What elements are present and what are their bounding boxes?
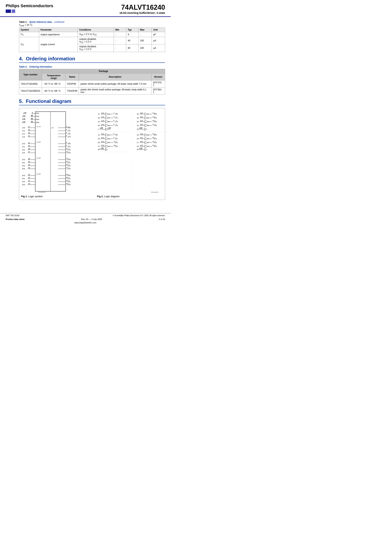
svg-text:3Y3: 3Y3 <box>154 124 157 126</box>
svg-text:1Y2: 1Y2 <box>115 121 118 123</box>
svg-text:35: 35 <box>137 117 139 119</box>
website: www.DataSheet4U.com <box>74 221 96 224</box>
svg-text:38: 38 <box>28 148 30 150</box>
svg-text:4A3: 4A3 <box>22 184 25 186</box>
svg-marker-273 <box>145 148 147 151</box>
section5-title: Functional diagram <box>26 98 71 104</box>
main-content: Table 1: Quick reference data ...continu… <box>0 17 171 202</box>
product-label: Product data sheet <box>6 218 24 220</box>
cell-version-1: SOT370-1 <box>151 80 165 87</box>
cell-desc-2: plastic thin shrink small outline packag… <box>79 87 151 94</box>
svg-text:32: 32 <box>137 124 139 126</box>
cell-cond-2: outputs disabled;VCC = 3.3 V <box>78 44 114 52</box>
svg-text:5: 5 <box>113 120 114 122</box>
svg-text:4OE: 4OE <box>139 148 143 150</box>
cell-typ-1: 40 <box>126 37 138 44</box>
svg-text:1Y1: 1Y1 <box>115 117 118 119</box>
svg-text:2Y1: 2Y1 <box>115 138 118 140</box>
svg-marker-199 <box>106 148 108 151</box>
section4-number: 4. <box>19 56 26 61</box>
col-name: Name <box>65 73 79 80</box>
table-row: Co output capacitance VI/O = 0 V or VCC … <box>19 32 165 37</box>
cell-cond-1: outputs disabled;VCC = 2.5 V <box>78 37 114 44</box>
svg-text:2OE: 2OE <box>100 148 104 150</box>
copyright: © Koninklijke Philips Electronics N.V. 2… <box>113 214 165 217</box>
table2-title: Ordering information <box>29 66 52 68</box>
svg-text:001aad261: 001aad261 <box>151 191 159 193</box>
svg-text:2: 2 <box>113 112 114 114</box>
svg-text:1OE: 1OE <box>23 112 26 114</box>
svg-text:4Y1: 4Y1 <box>67 178 71 180</box>
svg-text:37: 37 <box>98 145 100 147</box>
svg-text:2Y3: 2Y3 <box>67 152 71 154</box>
svg-text:29: 29 <box>137 138 139 140</box>
svg-text:3A0: 3A0 <box>140 112 143 114</box>
svg-text:4OE: 4OE <box>22 122 25 123</box>
svg-text:3OE: 3OE <box>22 118 25 120</box>
cell-unit-1: µA <box>152 37 165 44</box>
svg-text:44: 44 <box>28 132 30 134</box>
svg-text:26: 26 <box>137 145 139 147</box>
svg-text:3Y1: 3Y1 <box>154 117 157 119</box>
svg-text:4A2: 4A2 <box>22 181 25 183</box>
svg-marker-152 <box>106 124 109 127</box>
svg-text:26: 26 <box>28 183 30 185</box>
table1-title: Quick reference data <box>29 21 52 23</box>
svg-text:3A0: 3A0 <box>22 159 25 161</box>
col-max: Max <box>138 28 152 32</box>
table2-caption: Table 2: Ordering information <box>19 66 165 68</box>
cell-param-icc: supply current <box>39 37 78 52</box>
svg-text:1Y2: 1Y2 <box>67 133 71 135</box>
blue-square-dark <box>6 9 11 13</box>
svg-text:24: 24 <box>31 121 33 123</box>
table1-continued: ...continued <box>52 21 64 23</box>
section5-number: 5. <box>19 98 26 104</box>
svg-text:32: 32 <box>28 167 30 169</box>
svg-text:3Y2: 3Y2 <box>67 165 71 167</box>
svg-text:8: 8 <box>113 133 114 135</box>
svg-text:3Y2: 3Y2 <box>154 121 157 123</box>
svg-text:43: 43 <box>98 124 100 126</box>
svg-text:2OE: 2OE <box>22 115 25 117</box>
svg-text:3: 3 <box>113 116 114 118</box>
cell-typ: 9 <box>126 32 138 37</box>
svg-text:1A3: 1A3 <box>22 136 25 138</box>
svg-text:1: 1 <box>32 112 33 114</box>
section4-heading: 4. Ordering information <box>19 56 165 63</box>
svg-marker-204 <box>145 113 148 115</box>
cell-max-1: 100 <box>138 37 152 44</box>
color-bar <box>6 9 53 13</box>
doc-number: 9397 750 15192 <box>6 214 19 217</box>
svg-text:25: 25 <box>31 118 33 120</box>
cell-min-1: - <box>114 37 126 44</box>
cell-max: - <box>138 32 152 37</box>
svg-text:2A0: 2A0 <box>22 143 25 145</box>
svg-text:3▽: 3▽ <box>38 157 41 159</box>
svg-text:44: 44 <box>98 121 100 123</box>
svg-text:EN3: EN3 <box>36 118 39 120</box>
svg-text:47: 47 <box>98 113 100 115</box>
table2-label: Table 2: <box>19 66 27 68</box>
col-conditions: Conditions <box>78 28 114 32</box>
cell-symbol-icc: ICC <box>19 37 39 52</box>
svg-text:3Y3: 3Y3 <box>67 168 71 170</box>
svg-text:1Y3: 1Y3 <box>67 136 71 138</box>
svg-marker-257 <box>145 141 148 144</box>
fig2-svg: 47 1A0 2 1Y0 46 1A1 3 1Y1 44 <box>97 110 169 194</box>
svg-text:4Y2: 4Y2 <box>154 142 157 144</box>
svg-text:25: 25 <box>137 128 139 130</box>
footer-area: 9397 750 15192 © Koninklijke Philips Ele… <box>0 213 171 225</box>
svg-text:4A0: 4A0 <box>140 133 143 135</box>
svg-text:47: 47 <box>28 126 30 128</box>
col-min: Min <box>114 28 126 32</box>
cell-type-2: 74ALVT16240DGG <box>19 87 42 94</box>
svg-text:3A3: 3A3 <box>140 124 143 125</box>
table1-tamb: Tamb = 25 °C. <box>19 24 165 27</box>
page-number: 2 of 16 <box>159 218 165 220</box>
svg-text:4▽: 4▽ <box>38 173 41 175</box>
section5-heading: 5. Functional diagram <box>19 98 165 105</box>
svg-text:3Y0: 3Y0 <box>67 159 71 161</box>
fig1-label: Fig 1. <box>21 195 28 198</box>
svg-text:3A3: 3A3 <box>22 168 25 170</box>
svg-text:48: 48 <box>98 148 100 150</box>
